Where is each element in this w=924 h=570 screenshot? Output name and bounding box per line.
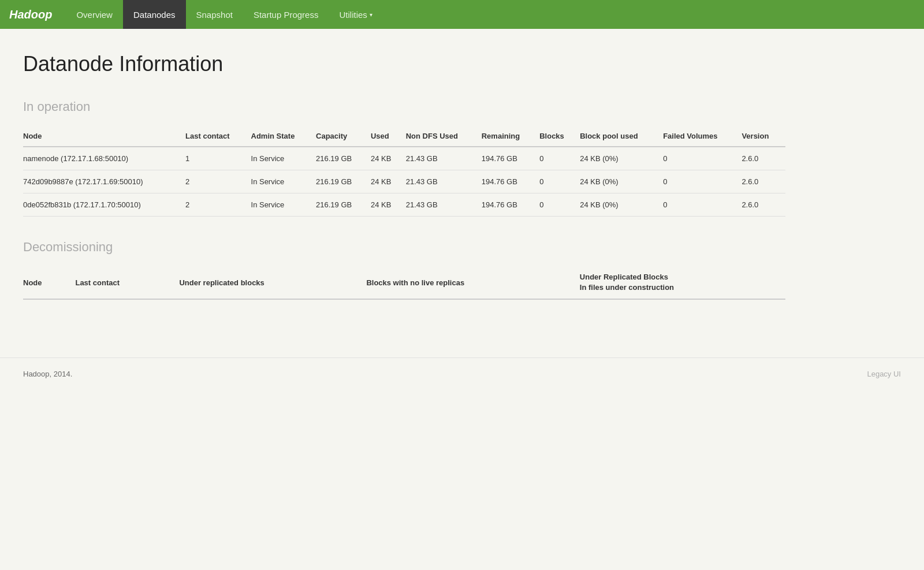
nav-item-overview[interactable]: Overview xyxy=(66,0,123,29)
table-cell: 21.43 GB xyxy=(406,147,482,170)
decomm-col-last-contact: Last contact xyxy=(75,266,179,299)
col-failed-volumes: Failed Volumes xyxy=(663,126,742,147)
in-operation-header-row: Node Last contact Admin State Capacity U… xyxy=(23,126,785,147)
table-row: namenode (172.17.1.68:50010)1In Service2… xyxy=(23,147,785,170)
legacy-ui-link[interactable]: Legacy UI xyxy=(867,370,901,378)
col-admin-state: Admin State xyxy=(251,126,316,147)
col-blocks: Blocks xyxy=(539,126,580,147)
table-cell: 0 xyxy=(539,193,580,217)
decomissioning-section: Decomissioning Node Last contact Under r… xyxy=(23,240,785,300)
table-cell: 216.19 GB xyxy=(316,170,371,193)
nav-item-snapshot[interactable]: Snapshot xyxy=(186,0,243,29)
in-operation-table: Node Last contact Admin State Capacity U… xyxy=(23,126,785,217)
table-cell: 0de052fb831b (172.17.1.70:50010) xyxy=(23,193,185,217)
table-row: 0de052fb831b (172.17.1.70:50010)2In Serv… xyxy=(23,193,785,217)
decomissioning-table-header: Node Last contact Under replicated block… xyxy=(23,266,785,299)
table-cell: 2 xyxy=(185,170,251,193)
col-block-pool-used: Block pool used xyxy=(580,126,663,147)
chevron-down-icon: ▾ xyxy=(370,12,372,18)
table-cell: 194.76 GB xyxy=(482,147,539,170)
in-operation-table-body: namenode (172.17.1.68:50010)1In Service2… xyxy=(23,147,785,217)
nav-items: Overview Datanodes Snapshot Startup Prog… xyxy=(66,0,382,29)
in-operation-section: In operation Node Last contact Admin Sta… xyxy=(23,99,785,217)
utilities-label: Utilities xyxy=(339,10,367,20)
table-cell: 0 xyxy=(663,147,742,170)
col-node: Node xyxy=(23,126,185,147)
table-cell: 21.43 GB xyxy=(406,193,482,217)
decomissioning-table: Node Last contact Under replicated block… xyxy=(23,266,785,300)
footer: Hadoop, 2014. Legacy UI xyxy=(0,357,924,390)
footer-copyright: Hadoop, 2014. xyxy=(23,370,72,378)
table-cell: In Service xyxy=(251,147,316,170)
table-cell: 216.19 GB xyxy=(316,193,371,217)
table-cell: 24 KB xyxy=(371,170,406,193)
decomm-col-under-replicated-construction: Under Replicated BlocksIn files under co… xyxy=(580,266,785,299)
table-cell: 194.76 GB xyxy=(482,193,539,217)
col-version: Version xyxy=(742,126,785,147)
col-non-dfs-used: Non DFS Used xyxy=(406,126,482,147)
table-cell: namenode (172.17.1.68:50010) xyxy=(23,147,185,170)
nav-item-startup-progress[interactable]: Startup Progress xyxy=(243,0,329,29)
table-cell: 742d09b9887e (172.17.1.69:50010) xyxy=(23,170,185,193)
table-cell: In Service xyxy=(251,193,316,217)
top-navigation: Hadoop Overview Datanodes Snapshot Start… xyxy=(0,0,924,29)
table-cell: 24 KB xyxy=(371,147,406,170)
in-operation-title: In operation xyxy=(23,99,785,114)
table-row: 742d09b9887e (172.17.1.69:50010)2In Serv… xyxy=(23,170,785,193)
table-cell: 216.19 GB xyxy=(316,147,371,170)
table-cell: 2.6.0 xyxy=(742,147,785,170)
table-cell: 24 KB (0%) xyxy=(580,170,663,193)
table-cell: 0 xyxy=(539,147,580,170)
decomm-col-node: Node xyxy=(23,266,75,299)
table-cell: 0 xyxy=(663,170,742,193)
col-last-contact: Last contact xyxy=(185,126,251,147)
nav-item-utilities[interactable]: Utilities ▾ xyxy=(329,0,382,29)
col-remaining: Remaining xyxy=(482,126,539,147)
table-cell: 2.6.0 xyxy=(742,170,785,193)
table-cell: 24 KB (0%) xyxy=(580,147,663,170)
table-cell: 2 xyxy=(185,193,251,217)
table-cell: 194.76 GB xyxy=(482,170,539,193)
decomissioning-title: Decomissioning xyxy=(23,240,785,255)
table-cell: 24 KB (0%) xyxy=(580,193,663,217)
table-cell: 1 xyxy=(185,147,251,170)
page-title: Datanode Information xyxy=(23,52,785,76)
decomm-col-no-live-replicas: Blocks with no live replicas xyxy=(366,266,579,299)
table-cell: 2.6.0 xyxy=(742,193,785,217)
decomm-col-under-replicated: Under replicated blocks xyxy=(179,266,366,299)
table-cell: 24 KB xyxy=(371,193,406,217)
table-cell: 0 xyxy=(539,170,580,193)
table-cell: In Service xyxy=(251,170,316,193)
table-cell: 0 xyxy=(663,193,742,217)
table-cell: 21.43 GB xyxy=(406,170,482,193)
brand-logo: Hadoop xyxy=(9,8,52,21)
nav-item-datanodes[interactable]: Datanodes xyxy=(123,0,186,29)
decomissioning-header-row: Node Last contact Under replicated block… xyxy=(23,266,785,299)
main-content: Datanode Information In operation Node L… xyxy=(0,29,808,357)
col-used: Used xyxy=(371,126,406,147)
col-capacity: Capacity xyxy=(316,126,371,147)
in-operation-table-header: Node Last contact Admin State Capacity U… xyxy=(23,126,785,147)
